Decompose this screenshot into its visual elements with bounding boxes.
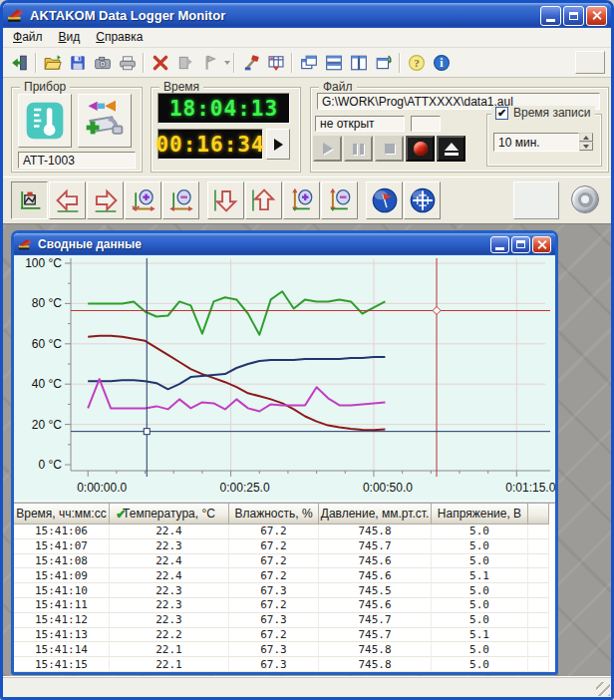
- connect-plug-icon: [83, 99, 127, 143]
- toolbar-blank-panel: [513, 181, 559, 219]
- pause-button[interactable]: [344, 136, 373, 162]
- table-cell: [528, 583, 549, 598]
- delete-button[interactable]: [148, 50, 172, 75]
- column-header[interactable]: Давление, мм.рт.ст.: [319, 504, 432, 525]
- down-arrow-icon: [583, 145, 589, 149]
- data-table: Время, чч:мм:сс✔Температура, °CВлажность…: [14, 503, 555, 672]
- menu-view[interactable]: Вид: [51, 28, 89, 47]
- table-cell: 745.8: [319, 525, 432, 539]
- menu-help[interactable]: Справка: [88, 28, 151, 47]
- zoom-x-out-button[interactable]: [162, 181, 199, 219]
- cut-marker-button[interactable]: [172, 50, 197, 75]
- svg-text:0:01:15.0: 0:01:15.0: [505, 481, 555, 495]
- spin-down-button[interactable]: [579, 142, 593, 151]
- tile-vertical-button[interactable]: [346, 50, 371, 75]
- exit-button[interactable]: [7, 50, 32, 75]
- eject-button[interactable]: [437, 136, 465, 162]
- record-button[interactable]: [406, 136, 435, 162]
- help-button[interactable]: ?: [404, 50, 429, 75]
- table-row[interactable]: 15:41:1222.367.3745.75.0: [14, 613, 555, 628]
- column-header[interactable]: ✔Температура, °C: [110, 504, 229, 525]
- table-row[interactable]: 15:41:0822.467.2745.65.0: [14, 554, 555, 569]
- child-maximize-button[interactable]: [511, 236, 530, 253]
- minimize-button[interactable]: [540, 6, 561, 26]
- print-button[interactable]: [115, 50, 140, 75]
- open-file-button[interactable]: [40, 50, 65, 75]
- svg-text:0:00:50.0: 0:00:50.0: [363, 481, 413, 495]
- time-group-label: Время: [159, 80, 203, 94]
- table-row[interactable]: 15:41:0922.467.2745.65.1: [14, 568, 555, 583]
- table-cell: 745.6: [319, 598, 432, 613]
- interval-value[interactable]: 10 мин.: [493, 133, 579, 152]
- maximize-button[interactable]: [563, 6, 584, 26]
- crosshair-cursor-button[interactable]: [404, 181, 441, 219]
- table-cell: 745.7: [319, 613, 432, 628]
- export-table-button[interactable]: [263, 50, 288, 75]
- pan-right-button[interactable]: [87, 181, 124, 219]
- svg-text:40 °C: 40 °C: [32, 377, 62, 391]
- cascade-windows-button[interactable]: [296, 50, 321, 75]
- record-time-label: Время записи: [513, 106, 591, 120]
- menu-file[interactable]: Файл: [5, 28, 51, 47]
- table-cell: 745.6: [319, 568, 432, 583]
- arrange-icons-button[interactable]: [371, 50, 396, 75]
- zoom-y-out-button[interactable]: [321, 181, 358, 219]
- column-header[interactable]: Напряжение, В: [432, 504, 528, 525]
- table-row[interactable]: 15:41:1522.167.3745.85.0: [14, 657, 555, 672]
- pan-left-button[interactable]: [49, 181, 86, 219]
- save-button[interactable]: [65, 50, 90, 75]
- main-toolbar: ? i: [3, 48, 611, 78]
- column-header[interactable]: Время, чч:мм:сс: [14, 504, 110, 525]
- table-cell: 745.5: [319, 583, 432, 598]
- pan-up-icon: [251, 187, 277, 213]
- table-row[interactable]: 15:41:1022.367.3745.55.0: [14, 583, 555, 598]
- connect-device-button[interactable]: [78, 94, 132, 148]
- tile-horizontal-button[interactable]: [321, 50, 346, 75]
- time-expand-button[interactable]: [266, 129, 290, 160]
- table-cell: 15:41:07: [14, 539, 110, 554]
- table-row[interactable]: 15:41:0722.367.2745.75.0: [14, 539, 555, 554]
- table-cell: 15:41:06: [14, 525, 110, 539]
- zoom-x-in-button[interactable]: [125, 181, 161, 219]
- chart-toolbar: [3, 176, 611, 223]
- maximize-icon: [569, 12, 578, 20]
- table-row[interactable]: 15:41:1422.167.3745.85.0: [14, 642, 555, 657]
- about-button[interactable]: i: [429, 50, 454, 75]
- play-button[interactable]: [313, 136, 342, 162]
- record-time-checkbox[interactable]: ✔: [495, 107, 508, 120]
- table-row[interactable]: 15:41:1322.267.2745.75.1: [14, 628, 555, 643]
- column-header[interactable]: Влажность, %: [229, 504, 319, 525]
- child-minimize-button[interactable]: [490, 236, 509, 253]
- zoom-y-in-button[interactable]: [283, 181, 320, 219]
- flag-marker-button[interactable]: [197, 50, 222, 75]
- stop-button[interactable]: [375, 136, 404, 162]
- column-header-label: Температура, °C: [123, 507, 215, 521]
- speaker-knob-icon[interactable]: [571, 185, 599, 213]
- device-config-button[interactable]: [238, 50, 263, 75]
- chart-home-button[interactable]: [11, 181, 48, 219]
- child-title-bar[interactable]: Сводные данные: [14, 233, 555, 255]
- dropdown-caret-icon[interactable]: [224, 61, 230, 65]
- table-cell: 67.2: [229, 539, 319, 554]
- camera-icon: [94, 54, 112, 72]
- pan-up-button[interactable]: [245, 181, 282, 219]
- file-status-field: не открыт: [315, 116, 405, 132]
- table-cell: [528, 657, 549, 672]
- snapshot-button[interactable]: [90, 50, 115, 75]
- flag-marker-button2[interactable]: [366, 181, 403, 219]
- spin-up-button[interactable]: [579, 133, 593, 142]
- column-header[interactable]: [528, 504, 549, 525]
- device-thermometer-button[interactable]: [18, 94, 72, 148]
- table-row[interactable]: 15:41:1122.367.2745.65.0: [14, 598, 555, 613]
- title-bar[interactable]: AKTAKOM Data Logger Monitor: [3, 3, 611, 28]
- close-button[interactable]: [586, 6, 607, 26]
- summary-chart[interactable]: 0 °C20 °C40 °C60 °C80 °C100 °C0:00:00.00…: [14, 255, 555, 501]
- pan-down-button[interactable]: [207, 181, 244, 219]
- app-logo-icon: [18, 237, 33, 252]
- table-row[interactable]: 15:41:0622.467.2745.85.0: [14, 525, 555, 539]
- table-cell: 5.0: [432, 598, 528, 613]
- chart-area[interactable]: 0 °C20 °C40 °C60 °C80 °C100 °C0:00:00.00…: [14, 255, 555, 501]
- pause-icon: [353, 144, 364, 155]
- resize-grip[interactable]: [596, 682, 610, 696]
- child-close-button[interactable]: [532, 236, 551, 253]
